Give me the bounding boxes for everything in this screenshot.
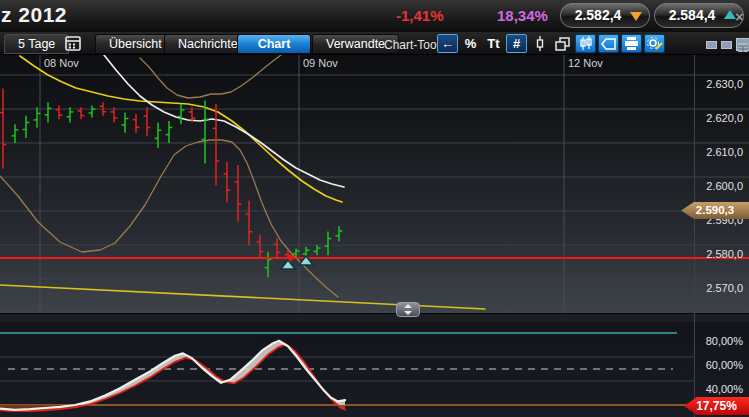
buy-button[interactable]: 2.584,4 bbox=[654, 3, 744, 28]
text-tool-icon[interactable]: Tt bbox=[483, 34, 504, 53]
back-icon[interactable]: ← bbox=[437, 34, 458, 53]
ma-yellow bbox=[20, 56, 342, 202]
printer-icon[interactable] bbox=[621, 34, 642, 53]
stoch-slow-line bbox=[0, 344, 345, 411]
bollinger-upper bbox=[140, 55, 281, 98]
stochastic-value-badge: 17,75% bbox=[684, 397, 749, 415]
splitter-toggle-button[interactable] bbox=[396, 302, 420, 317]
candle-tool-icon[interactable] bbox=[529, 34, 550, 53]
instrument-title: z 2012 bbox=[1, 3, 67, 27]
top-bar: z 2012 -1,41% 18,34% 2.582,4 2.584,4 × bbox=[0, 0, 749, 32]
bollinger-lower bbox=[0, 140, 338, 297]
sell-button[interactable]: 2.582,4 bbox=[560, 3, 650, 28]
chart-canvas bbox=[0, 0, 749, 417]
settings-edit-icon[interactable] bbox=[644, 34, 665, 53]
chevron-down-icon bbox=[404, 311, 412, 315]
price-tag-icon[interactable] bbox=[598, 34, 619, 53]
arrow-down-icon bbox=[630, 12, 642, 21]
layout-small-icon[interactable] bbox=[706, 41, 717, 49]
grid-icon[interactable]: # bbox=[506, 34, 527, 53]
layout-wide-icon[interactable] bbox=[721, 41, 732, 49]
chart-toolbar: ← % Tt # bbox=[437, 34, 665, 53]
windows-icon[interactable] bbox=[552, 34, 573, 53]
calendar-icon[interactable] bbox=[62, 35, 84, 52]
tab-chart[interactable]: Chart bbox=[237, 34, 311, 54]
chevron-up-icon bbox=[404, 304, 412, 308]
chart-type-candles-icon[interactable] bbox=[575, 34, 596, 53]
toolbar-row: 5 Tage Übersicht Nachrichten Chart Verwa… bbox=[0, 32, 749, 55]
layout-buttons bbox=[706, 38, 749, 51]
last-price-badge: 2.590,3 bbox=[681, 202, 749, 219]
percent-scale-icon[interactable]: % bbox=[460, 34, 481, 53]
close-icon[interactable]: × bbox=[735, 8, 744, 25]
stoch-fast-line bbox=[0, 341, 345, 410]
trading-app: 2.630,02.620,02.610,02.600,02.590,02.580… bbox=[0, 0, 749, 417]
buy-marker-triangle bbox=[281, 260, 295, 269]
layout-grid-icon[interactable] bbox=[736, 38, 749, 51]
sell-price: 2.582,4 bbox=[567, 4, 629, 27]
range-percent: 18,34% bbox=[497, 7, 548, 24]
change-percent: -1,41% bbox=[396, 7, 444, 24]
buy-price: 2.584,4 bbox=[661, 4, 723, 27]
period-tab[interactable]: 5 Tage bbox=[4, 34, 69, 54]
